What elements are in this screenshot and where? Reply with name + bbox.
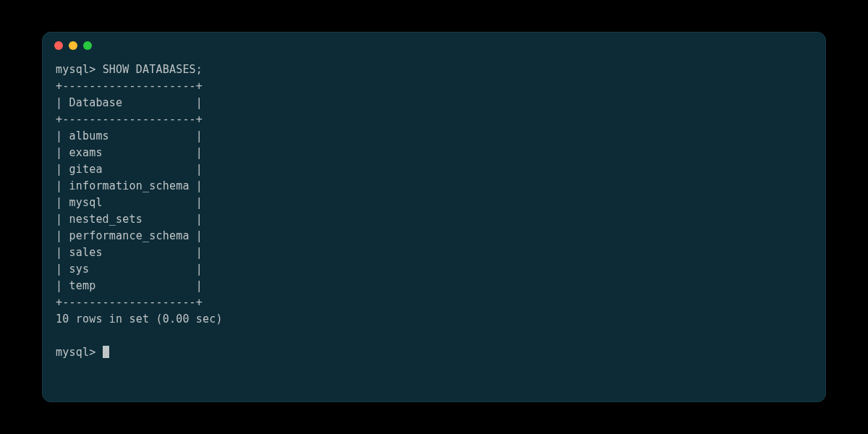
table-border-top: +--------------------+	[56, 80, 203, 93]
titlebar	[43, 33, 825, 59]
close-icon[interactable]	[54, 41, 63, 50]
maximize-icon[interactable]	[83, 41, 92, 50]
prompt: mysql>	[56, 344, 95, 361]
terminal-output: mysql> SHOW DATABASES; +----------------…	[56, 61, 812, 344]
prompt-line[interactable]: mysql>	[56, 344, 812, 361]
terminal-window: mysql> SHOW DATABASES; +----------------…	[42, 32, 826, 402]
result-summary: 10 rows in set (0.00 sec)	[56, 312, 223, 326]
table-rows: | albums | | exams | | gitea | | informa…	[56, 129, 203, 292]
table-border-bottom: +--------------------+	[56, 296, 203, 309]
table-header-row: | Database |	[56, 96, 203, 109]
command: SHOW DATABASES;	[103, 63, 203, 76]
minimize-icon[interactable]	[69, 41, 77, 50]
terminal-body[interactable]: mysql> SHOW DATABASES; +----------------…	[43, 59, 825, 374]
cursor-icon	[103, 346, 109, 358]
table-border-mid: +--------------------+	[56, 113, 203, 126]
prompt: mysql>	[56, 63, 95, 76]
